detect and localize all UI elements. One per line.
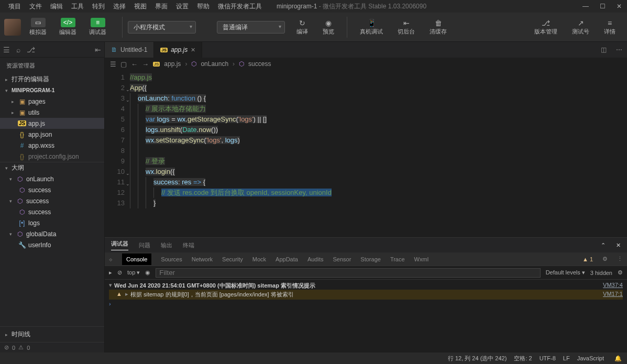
context-select[interactable]: top ▾ — [127, 269, 140, 276]
editor-toggle[interactable]: </>编辑器 — [54, 16, 82, 38]
simulator-toggle[interactable]: ▭模拟器 — [24, 16, 52, 38]
eye-icon[interactable]: ◉ — [145, 269, 150, 276]
list-icon[interactable]: ☰ — [110, 60, 116, 68]
console-source-link[interactable]: VM17:1 — [603, 291, 623, 299]
menu-select[interactable]: 选择 — [109, 0, 130, 13]
outline-success1[interactable]: ⬡success — [0, 184, 104, 195]
devtab-security[interactable]: Security — [222, 256, 243, 262]
menu-tools[interactable]: 工具 — [67, 0, 88, 13]
devtab-sensor[interactable]: Sensor — [333, 256, 351, 262]
tab-untitled[interactable]: 🗎 Untitled-1 — [105, 42, 154, 58]
mode-select[interactable]: 小程序模式 — [128, 21, 196, 34]
breadcrumb-file[interactable]: app.js — [164, 60, 181, 68]
compile-button[interactable]: ↻编译 — [289, 18, 315, 36]
background-button[interactable]: ⇤切后台 — [390, 18, 422, 36]
expand-icon[interactable]: ▾ — [109, 282, 112, 290]
file-appjs[interactable]: JSapp.js — [0, 118, 104, 129]
devtools-more-icon[interactable]: ⋮ — [617, 256, 623, 262]
menu-file[interactable]: 文件 — [25, 0, 46, 13]
devtab-storage[interactable]: Storage — [360, 256, 381, 262]
tab-appjs[interactable]: JS app.js ✕ — [154, 42, 202, 58]
close-button[interactable]: ✕ — [615, 3, 623, 10]
debug-tab-debugger[interactable]: 调试器 — [111, 240, 128, 250]
maximize-button[interactable]: ☐ — [599, 3, 606, 10]
details-button[interactable]: ≡详情 — [597, 18, 623, 36]
file-projectconfig[interactable]: {}project.config.json — [0, 151, 104, 162]
tab-close-icon[interactable]: ✕ — [191, 47, 195, 53]
devtools-settings-icon[interactable]: ⚙ — [602, 256, 608, 262]
devtab-network[interactable]: Network — [192, 256, 213, 262]
console-prompt[interactable]: › — [109, 300, 623, 308]
forward-icon[interactable]: → — [142, 60, 149, 68]
more-editor-icon[interactable]: ⋯ — [611, 42, 627, 58]
test-account-button[interactable]: ↗测试号 — [565, 18, 597, 36]
search-icon[interactable]: ⌕ — [16, 46, 20, 54]
menu-help[interactable]: 帮助 — [193, 0, 214, 13]
status-spaces[interactable]: 空格: 2 — [514, 355, 532, 362]
menu-icon[interactable]: ☰ — [3, 46, 10, 54]
outline-success2[interactable]: ▾⬡success — [0, 195, 104, 206]
devtab-trace[interactable]: Trace — [390, 256, 405, 262]
outline-userinfo[interactable]: 🔧userInfo — [0, 239, 104, 250]
clear-cache-button[interactable]: 🗑清缓存 — [422, 18, 454, 36]
folder-utils[interactable]: ▸▣utils — [0, 107, 104, 118]
inspect-icon[interactable]: ⟐ — [109, 256, 113, 262]
folder-pages[interactable]: ▸▣pages — [0, 96, 104, 107]
menu-interface[interactable]: 界面 — [151, 0, 172, 13]
menu-settings[interactable]: 设置 — [172, 0, 193, 13]
bookmark-icon[interactable]: ▢ — [120, 60, 127, 68]
avatar[interactable] — [4, 19, 21, 36]
clear-console-icon[interactable]: ⊘ — [117, 269, 122, 276]
devtab-console[interactable]: Console — [122, 253, 151, 265]
outline-logs[interactable]: [•]logs — [0, 217, 104, 228]
debug-tab-output[interactable]: 输出 — [161, 241, 172, 249]
devtab-appdata[interactable]: AppData — [276, 256, 298, 262]
status-encoding[interactable]: UTF-8 — [540, 355, 556, 361]
code-editor[interactable]: 1 2⌄ 3⌄ 4 5 6 7 8 9 10⌄ 11⌄ 12 13 //app.… — [105, 70, 627, 237]
expand-icon[interactable]: ▸ — [125, 291, 128, 299]
back-icon[interactable]: ← — [131, 60, 138, 68]
compile-select[interactable]: 普通编译 — [217, 21, 285, 34]
branch-icon[interactable]: ⎇ — [27, 46, 35, 54]
status-lang[interactable]: JavaScript — [577, 355, 604, 361]
breadcrumb-success[interactable]: success — [248, 60, 271, 68]
menu-wechat-devtools[interactable]: 微信开发者工具 — [214, 0, 266, 13]
open-editors-section[interactable]: ▸打开的编辑器 — [0, 74, 104, 85]
problems-indicator[interactable]: ⊘0 ⚠0 — [0, 342, 104, 352]
file-appwxss[interactable]: #app.wxss — [0, 140, 104, 151]
panel-close-icon[interactable]: ✕ — [616, 242, 621, 249]
debugger-toggle[interactable]: ≡调试器 — [84, 16, 112, 38]
outline-onlaunch[interactable]: ▾⬡onLaunch — [0, 173, 104, 184]
collapse-icon[interactable]: ⇤ — [95, 46, 101, 54]
debug-tab-terminal[interactable]: 终端 — [183, 241, 194, 249]
preview-button[interactable]: ◉预览 — [315, 18, 342, 36]
devtab-mock[interactable]: Mock — [252, 256, 266, 262]
version-manage-button[interactable]: ⎇版本管理 — [527, 18, 565, 36]
file-appjson[interactable]: {}app.json — [0, 129, 104, 140]
devtab-audits[interactable]: Audits — [307, 256, 324, 262]
toggle-sidebar-icon[interactable]: ▸ — [109, 269, 112, 276]
warning-badge[interactable]: ▲ 1 — [582, 256, 593, 262]
bell-icon[interactable]: 🔔 — [614, 355, 622, 362]
outline-globaldata[interactable]: ▾⬡globalData — [0, 228, 104, 239]
menu-edit[interactable]: 编辑 — [46, 0, 67, 13]
menu-goto[interactable]: 转到 — [88, 0, 109, 13]
breadcrumb-onlaunch[interactable]: onLaunch — [201, 60, 228, 68]
chevron-up-icon[interactable]: ⌃ — [601, 242, 606, 249]
console-filter-input[interactable] — [156, 268, 540, 278]
menu-view[interactable]: 视图 — [130, 0, 151, 13]
minimize-button[interactable]: — — [582, 3, 589, 10]
outline-success3[interactable]: ⬡success — [0, 206, 104, 217]
status-cursor[interactable]: 行 12, 列 24 (选中 242) — [448, 355, 507, 362]
timeline-section[interactable]: ▸时间线 — [5, 329, 99, 340]
levels-select[interactable]: Default levels ▾ — [546, 269, 585, 276]
menu-project[interactable]: 项目 — [4, 0, 25, 13]
settings-icon[interactable]: ⚙ — [618, 269, 623, 276]
devtab-sources[interactable]: Sources — [161, 256, 182, 262]
project-root[interactable]: ▾MINIPROGRAM-1 — [0, 85, 104, 96]
console-source-link[interactable]: VM37:4 — [603, 282, 623, 290]
remote-debug-button[interactable]: 📱真机调试 — [353, 18, 390, 36]
debug-tab-problems[interactable]: 问题 — [139, 241, 150, 249]
devtab-wxml[interactable]: Wxml — [414, 256, 429, 262]
hidden-count[interactable]: 3 hidden — [590, 270, 612, 276]
